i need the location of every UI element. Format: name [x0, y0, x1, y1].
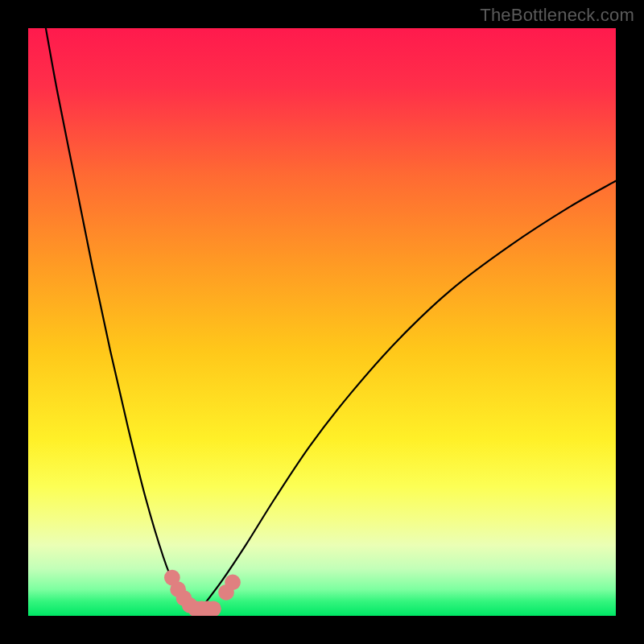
plot-area: [28, 28, 616, 616]
highlight-marker: [225, 575, 241, 591]
curve-layer: [28, 28, 616, 616]
chart-frame: TheBottleneck.com: [0, 0, 644, 644]
highlight-markers: [164, 570, 241, 616]
bottleneck-curve: [46, 28, 616, 616]
watermark-text: TheBottleneck.com: [480, 5, 634, 26]
